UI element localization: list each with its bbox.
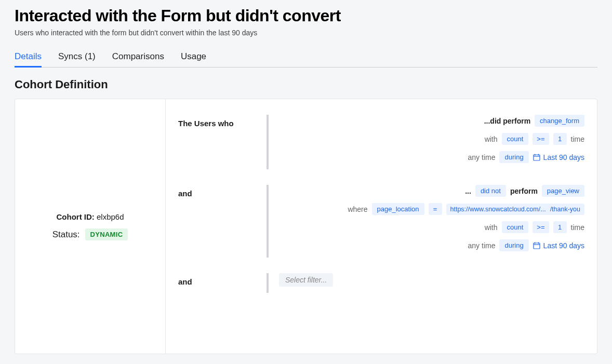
rule2-url-pill[interactable]: https://www.snowcatcloud.com/... /thank-… [446, 204, 584, 215]
rule-block-3-label: and [178, 273, 267, 293]
rule2-anytime: any time [468, 241, 496, 250]
rule2-date-link[interactable]: Last 90 days [533, 241, 584, 250]
tab-usage[interactable]: Usage [181, 47, 206, 68]
rule2-wherefield-pill[interactable]: page_location [372, 203, 424, 215]
rule1-date-text: Last 90 days [543, 153, 584, 161]
definition-panel: Cohort ID: elxbp6d Status: DYNAMIC The U… [15, 99, 597, 354]
rule1-during-pill[interactable]: during [499, 151, 528, 163]
rule1-with: with [485, 135, 498, 143]
rule2-op-pill[interactable]: >= [533, 221, 549, 233]
rule2-time: time [571, 223, 584, 232]
rule2-line2: where page_location = https://www.snowca… [279, 203, 584, 215]
rule2-count-pill[interactable]: count [502, 221, 529, 233]
page-title: Interacted with the Form but didn't conv… [15, 6, 597, 25]
rules-area: The Users who ...did perform change_form… [166, 99, 597, 354]
rule2-during-pill[interactable]: during [499, 239, 528, 251]
page-subtitle: Users who interacted with the form but d… [15, 29, 597, 37]
svg-rect-3 [538, 154, 538, 155]
rule1-date-link[interactable]: Last 90 days [533, 153, 584, 161]
side-panel: Cohort ID: elxbp6d Status: DYNAMIC [15, 99, 166, 354]
svg-rect-0 [534, 155, 540, 160]
rule2-date-text: Last 90 days [543, 241, 584, 250]
section-heading: Cohort Definition [15, 78, 597, 91]
select-filter-input[interactable]: Select filter... [279, 273, 333, 287]
rule1-line2: with count >= 1 time [279, 133, 584, 145]
calendar-icon [533, 242, 540, 249]
rule2-where: where [348, 205, 367, 213]
rule-block-1-label: The Users who [178, 115, 267, 169]
rule-block-1: The Users who ...did perform change_form… [178, 115, 584, 169]
rule2-url-b: /thank-you [550, 206, 580, 213]
rule1-line3: any time during Last 90 days [279, 151, 584, 163]
rule2-whereop-pill[interactable]: = [429, 203, 442, 215]
rule1-event-pill[interactable]: change_form [535, 115, 584, 127]
rule-block-1-body: ...did perform change_form with count >=… [267, 115, 584, 169]
svg-rect-6 [535, 242, 535, 244]
rule1-count-pill[interactable]: count [502, 133, 529, 145]
cohort-id-row: Cohort ID: elxbp6d [56, 212, 124, 221]
rule-block-2: and ... did not perform page_view where … [178, 185, 584, 258]
rule-block-2-label: and [178, 185, 267, 258]
rule1-anytime: any time [468, 153, 496, 161]
rule2-num-pill[interactable]: 1 [553, 221, 567, 233]
svg-rect-7 [538, 242, 538, 244]
rule2-perform: perform [510, 187, 538, 195]
rule-block-3-body: Select filter... [267, 273, 584, 293]
rule2-event-pill[interactable]: page_view [542, 185, 584, 197]
svg-rect-2 [535, 154, 535, 155]
rule2-with: with [485, 223, 498, 232]
rule3-line1: Select filter... [279, 273, 584, 287]
status-label: Status: [52, 230, 80, 240]
status-badge: DYNAMIC [85, 228, 128, 240]
rule-block-2-body: ... did not perform page_view where page… [267, 185, 584, 258]
rule2-line3: with count >= 1 time [279, 221, 584, 233]
rule-block-3: and Select filter... [178, 273, 584, 293]
svg-rect-4 [534, 243, 540, 249]
cohort-id-value: elxbp6d [97, 212, 124, 221]
rule2-dots: ... [465, 187, 471, 195]
rule1-op-pill[interactable]: >= [533, 133, 549, 145]
calendar-icon [533, 154, 540, 161]
rule1-prefix: ...did perform [484, 117, 530, 125]
tab-syncs[interactable]: Syncs (1) [58, 47, 96, 68]
rule2-line1: ... did not perform page_view [279, 185, 584, 197]
rule2-line4: any time during Last 90 days [279, 239, 584, 251]
tabs: Details Syncs (1) Comparisons Usage [15, 47, 597, 68]
status-row: Status: DYNAMIC [52, 228, 128, 240]
rule1-line1: ...did perform change_form [279, 115, 584, 127]
rule1-time: time [571, 135, 584, 143]
tab-comparisons[interactable]: Comparisons [112, 47, 164, 68]
rule2-didnot-pill[interactable]: did not [475, 185, 506, 197]
cohort-id-label: Cohort ID: [56, 212, 94, 221]
rule2-url-a: https://www.snowcatcloud.com/... [450, 206, 546, 213]
rule1-num-pill[interactable]: 1 [553, 133, 567, 145]
tab-details[interactable]: Details [15, 47, 42, 68]
